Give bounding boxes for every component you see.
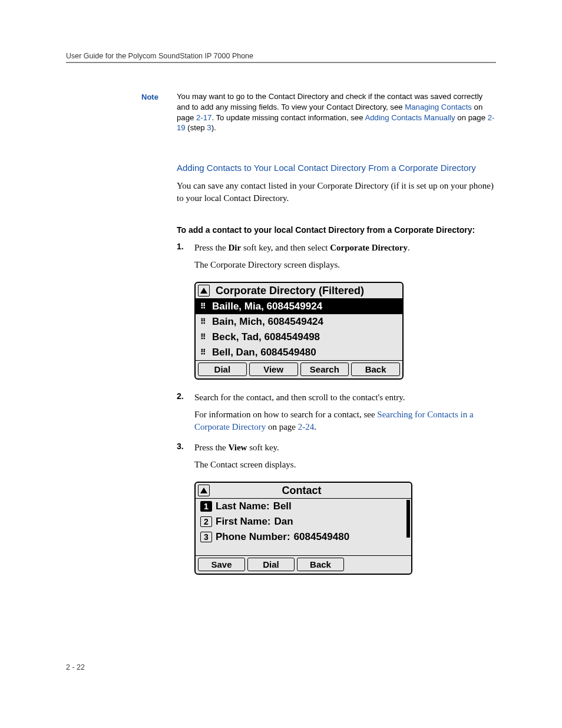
lcd1-softkeys: Dial View Search Back <box>196 360 402 378</box>
lcd1-row-4: ⠿ Bell, Dan, 6084549480 <box>196 345 402 360</box>
softkey-dial: Dial <box>247 558 295 571</box>
field-num-3: 3 <box>200 532 212 542</box>
lcd1-title: Corporate Directory (Filtered) <box>216 285 364 297</box>
step-2-sub: For information on how to search for a c… <box>194 409 496 433</box>
lcd2-titlebar: Contact <box>196 483 411 498</box>
lcd1-row-1-text: Baille, Mia, 6084549924 <box>212 301 322 312</box>
lcd1-scrollbar <box>398 300 401 359</box>
softkey-back: Back <box>351 363 400 376</box>
lcd2-body: 1 Last Name: Bell 2 First Name: Dan 3 Ph… <box>196 498 411 555</box>
step-2-sub-b: on page <box>266 422 298 431</box>
header-rule <box>66 62 496 63</box>
lcd2-field-1-value: Bell <box>273 500 292 512</box>
lcd-contact: Contact 1 Last Name: Bell 2 First Name: … <box>194 482 496 575</box>
step-1-number: 1. <box>177 242 194 254</box>
up-arrow-icon <box>198 285 210 297</box>
step-3-a2: soft key. <box>247 443 279 452</box>
softkey-save: Save <box>198 558 245 571</box>
step-1-body: Press the Dir soft key, and then select … <box>194 242 496 254</box>
step-1-b1: Dir <box>229 243 242 252</box>
lcd2-field-3-value: 6084549480 <box>294 531 350 543</box>
lcd2-softkeys: Save Dial Back <box>196 555 411 574</box>
lcd1-row-4-text: Bell, Dan, 6084549480 <box>212 347 316 358</box>
step-3-a1: Press the <box>194 443 229 452</box>
note-text-3: . To update missing contact information,… <box>211 113 365 122</box>
lcd2-field-1-label: Last Name: <box>216 500 270 512</box>
lcd1-row-2-text: Bain, Mich, 6084549424 <box>212 316 323 328</box>
drag-handle-icon: ⠿ <box>200 319 209 324</box>
lcd1-list: ⠿ Baille, Mia, 6084549924 ⠿ Bain, Mich, … <box>196 298 402 360</box>
step-1-b2: Corporate Directory <box>330 243 408 252</box>
step-1-sub: The Corporate Directory screen displays. <box>194 259 496 271</box>
field-num-1: 1 <box>200 501 212 512</box>
lcd2-field-1: 1 Last Name: Bell <box>196 499 411 514</box>
step-3-sub: The Contact screen displays. <box>194 459 496 471</box>
link-step-3[interactable]: 3 <box>207 123 211 132</box>
lcd2-field-3: 3 Phone Number: 6084549480 <box>196 529 411 545</box>
drag-handle-icon: ⠿ <box>200 304 209 308</box>
section-heading: Adding Contacts to Your Local Contact Di… <box>177 163 496 173</box>
link-page-2-24[interactable]: 2-24 <box>298 422 315 431</box>
step-3: 3. Press the View soft key. <box>177 442 496 454</box>
note-text-5: (step <box>186 123 207 132</box>
lcd1-row-3-text: Beck, Tad, 6084549498 <box>212 331 320 343</box>
field-num-2: 2 <box>200 516 212 527</box>
page-number: 2 - 22 <box>66 663 85 671</box>
lcd2-field-3-label: Phone Number: <box>216 531 290 543</box>
up-arrow-icon <box>198 485 210 496</box>
lcd2-field-2: 2 First Name: Dan <box>196 514 411 529</box>
lcd1-row-1: ⠿ Baille, Mia, 6084549924 <box>196 299 402 314</box>
lcd2-field-2-label: First Name: <box>216 516 271 528</box>
note-text-6: ). <box>211 123 216 132</box>
section-intro: You can save any contact listed in your … <box>177 180 496 204</box>
step-2-sub-a: For information on how to search for a c… <box>194 410 377 419</box>
step-1-a2: soft key, and then select <box>241 243 330 252</box>
lcd1-row-3: ⠿ Beck, Tad, 6084549498 <box>196 330 402 345</box>
note-block: Note You may want to go to the Contact D… <box>177 91 496 133</box>
lcd-corporate-directory: Corporate Directory (Filtered) ⠿ Baille,… <box>194 282 496 380</box>
softkey-dial: Dial <box>198 363 247 376</box>
step-2-body: Search for the contact, and then scroll … <box>194 391 496 404</box>
lcd1-titlebar: Corporate Directory (Filtered) <box>196 283 402 298</box>
step-1: 1. Press the Dir soft key, and then sele… <box>177 242 496 254</box>
step-2-number: 2. <box>177 391 194 404</box>
running-header: User Guide for the Polycom SoundStation … <box>66 52 496 60</box>
step-2-sub-c: . <box>314 422 316 431</box>
lcd2-scrollbar <box>406 500 410 554</box>
drag-handle-icon: ⠿ <box>200 350 209 354</box>
link-managing-contacts[interactable]: Managing Contacts <box>405 103 472 111</box>
link-adding-contacts-manually[interactable]: Adding Contacts Manually <box>365 113 455 122</box>
step-1-a3: . <box>408 243 410 252</box>
softkey-back: Back <box>297 558 344 571</box>
step-2: 2. Search for the contact, and then scro… <box>177 391 496 404</box>
note-text-4: on page <box>455 113 488 122</box>
link-page-2-17[interactable]: 2-17 <box>196 113 211 122</box>
lcd2-title: Contact <box>210 485 406 497</box>
softkey-search: Search <box>300 363 349 376</box>
step-3-body: Press the View soft key. <box>194 442 496 454</box>
lcd1-row-2: ⠿ Bain, Mich, 6084549424 <box>196 314 402 330</box>
note-label: Note <box>141 93 158 101</box>
lcd2-field-2-value: Dan <box>275 516 293 528</box>
note-text: You may want to go to the Contact Direct… <box>177 91 496 133</box>
softkey-view: View <box>249 363 298 376</box>
procedure-heading: To add a contact to your local Contact D… <box>177 225 496 235</box>
step-3-number: 3. <box>177 442 194 454</box>
step-3-b1: View <box>229 443 247 452</box>
step-1-a1: Press the <box>194 243 229 252</box>
drag-handle-icon: ⠿ <box>200 335 209 339</box>
